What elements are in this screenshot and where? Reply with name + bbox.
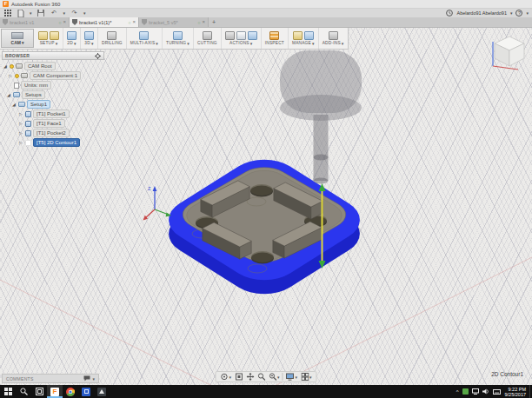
taskbar-blue-app-button[interactable] [78,385,94,398]
tree-item-units[interactable]: Units: mm [2,81,104,90]
close-tab-icon[interactable]: × [63,19,66,25]
expand-arrow-icon[interactable]: ◢ [7,92,11,97]
save-icon[interactable] [37,10,45,17]
redo-caret-icon[interactable]: ▾ [83,10,86,16]
comments-bar[interactable]: COMMENTS ▾ [2,374,99,383]
ribbon-2d[interactable]: 2D▾ [63,28,81,49]
taskbar-clock[interactable]: 9:22 PM 9/25/2017 [503,387,529,397]
ribbon-group-label: MANAGE [292,41,311,45]
start-button[interactable] [0,385,16,398]
ribbon-actions[interactable]: ACTIONS▾ [222,28,262,49]
close-tab-icon[interactable]: × [132,19,136,25]
system-tray: ^ [456,388,503,395]
ribbon-toolbar: CAM▾ SETUP▾ 2D▾ 3D▾ DRILLING MULTI-AXIS▾ [0,28,349,50]
pan-button[interactable] [245,373,255,381]
ribbon-group-label: CUTTING [197,41,217,45]
contour-operation-icon [25,140,31,146]
tray-app-icon[interactable] [462,388,469,395]
milling-3d-icon [84,31,94,40]
tray-expand-icon[interactable]: ^ [456,388,459,395]
tab-label: bracket1 v1 [10,20,57,25]
zoom-button[interactable] [256,373,266,381]
tray-volume-icon[interactable] [482,388,489,395]
undo-caret-icon[interactable]: ▾ [63,10,66,16]
expand-arrow-icon[interactable]: ◢ [3,63,8,69]
file-menu-caret-icon[interactable]: ▾ [30,10,32,16]
cutting-icon [203,31,212,40]
ribbon-multi-axis[interactable]: MULTI-AXIS▾ [127,28,163,49]
tree-item-face1[interactable]: ▷ [T1] Face1 [2,119,104,128]
new-tab-button[interactable]: + [209,17,219,27]
expand-arrow-icon[interactable]: ▷ [19,130,23,136]
expand-arrow-icon[interactable]: ▷ [19,111,23,116]
task-view-button[interactable] [31,385,47,398]
expand-arrow-icon[interactable]: ▷ [9,73,13,78]
display-settings-button[interactable]: ▾ [285,373,299,381]
tree-item-label: [T1] Face1 [33,119,65,128]
document-icon [72,19,77,25]
tray-network-icon[interactable] [472,388,479,395]
tree-item-2d-contour1-selected[interactable]: ▷ [T5] 2D Contour1 [2,138,104,147]
ground-axis-line [0,280,532,385]
expand-arrow-icon[interactable]: ▷ [19,121,23,126]
account-caret-icon[interactable]: ▾ [510,10,513,16]
close-tab-icon[interactable]: × [202,19,205,25]
ribbon-manage[interactable]: MANAGE▾ [289,28,319,49]
ribbon-add-ins[interactable]: ADD-INS▾ [319,28,348,49]
folder-icon [21,73,28,78]
ribbon-drilling[interactable]: DRILLING [98,28,127,49]
tree-item-pocket1[interactable]: ▷ [T1] Pocket1 [2,109,104,118]
browser-settings-gear-icon[interactable] [95,53,101,59]
expand-arrow-icon[interactable]: ◢ [12,102,17,107]
sync-status-icon: ○ [128,20,130,25]
taskbar-chrome-button[interactable] [63,385,78,398]
tree-item-label: Setups [22,90,45,99]
visibility-bulb-icon[interactable] [15,74,19,78]
viewcube[interactable] [489,31,529,75]
workspace-switcher[interactable]: CAM▾ [1,29,34,48]
tree-item-cam-component[interactable]: ▷ CAM Component:1 [2,71,104,80]
tab-bracket1-v1-1[interactable]: bracket1 v1(1)* ○ × [70,17,139,27]
tree-item-pocket2[interactable]: ▷ [T1] Pocket2 [2,129,104,137]
sync-status-icon: ○ [197,20,200,25]
tool-preview [280,50,362,184]
file-menu-icon[interactable] [17,10,24,17]
job-status-clock-icon[interactable] [445,10,453,17]
chevron-down-icon: ▾ [187,41,190,46]
chevron-down-icon: ▾ [277,375,280,380]
expand-arrow-icon[interactable]: ▷ [19,140,23,145]
taskbar-dark-app-button[interactable] [94,385,110,398]
tree-item-setups[interactable]: ◢ Setups [2,90,104,99]
help-icon[interactable]: ? [515,10,522,17]
tree-item-cam-root[interactable]: ◢ CAM Root [2,62,104,70]
tab-bracket5-v5[interactable]: bracket_5 v5* ○ × [139,17,209,27]
taskbar-fusion360-button[interactable]: F [47,385,63,398]
ribbon-3d[interactable]: 3D▾ [81,28,98,49]
chevron-down-icon: ▾ [56,41,58,46]
undo-icon[interactable]: ↶ [50,10,58,17]
ribbon-setup[interactable]: SETUP▾ [35,28,63,49]
ribbon-inspect[interactable]: INSPECT [262,28,289,49]
taskbar-search-button[interactable] [16,385,31,398]
ribbon-group-label: 3D [84,41,90,45]
orbit-button[interactable]: ▾ [219,373,232,381]
tab-bracket1-v1[interactable]: bracket1 v1 ○ × [0,17,70,27]
ribbon-group-label: SETUP [40,41,55,45]
drilling-icon [107,31,116,40]
tray-keyboard-icon[interactable] [493,389,501,395]
visibility-bulb-icon[interactable] [10,64,14,69]
redo-icon[interactable]: ↷ [70,10,78,17]
ribbon-cutting[interactable]: CUTTING [194,28,222,49]
browser-header[interactable]: BROWSER [2,51,104,60]
simulate-icon [236,31,246,40]
grid-layout-button[interactable]: ▾ [300,373,313,381]
ribbon-turning[interactable]: TURNING▾ [163,28,194,49]
tab-label: bracket1 v1(1)* [79,20,126,25]
account-username[interactable]: Abelardo91 Abelardo91 [456,10,507,16]
help-caret-icon[interactable]: ▾ [526,10,529,16]
tree-item-setup1[interactable]: ◢ Setup1 [2,100,104,109]
look-at-button[interactable] [234,373,243,381]
viewport-3d[interactable]: Z CAM▾ SETUP▾ 2D▾ [0,28,532,385]
app-grid-icon[interactable] [3,10,11,17]
fit-button[interactable]: ▾ [268,373,281,381]
